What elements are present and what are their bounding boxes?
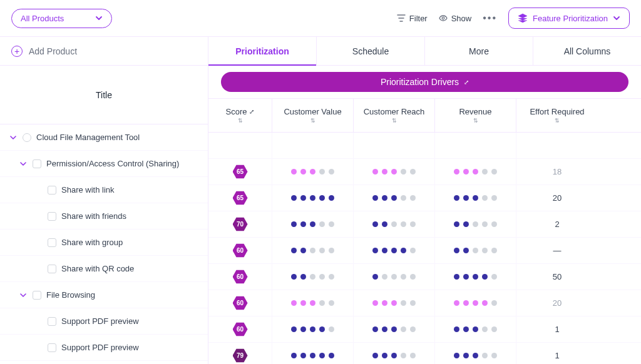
col-header-effort[interactable]: Effort Required ⇅ [516, 99, 598, 132]
item-row[interactable]: Share with friends [0, 203, 208, 230]
dot [491, 169, 497, 174]
rating-dots[interactable] [454, 195, 497, 201]
tab-more[interactable]: More [425, 37, 533, 65]
rating-dots[interactable] [372, 248, 416, 253]
rating-dots[interactable] [454, 248, 497, 253]
cell-eff[interactable]: 18 [516, 159, 598, 185]
rating-dots[interactable] [454, 353, 497, 358]
rating-dots[interactable] [291, 300, 334, 306]
checkbox[interactable] [33, 159, 41, 168]
dot [491, 353, 497, 358]
cell-eff[interactable]: 2 [516, 211, 598, 237]
rating-dots[interactable] [372, 274, 416, 280]
col-header-customer-value[interactable]: Customer Value ⇅ [272, 99, 354, 132]
rating-dots[interactable] [372, 169, 416, 174]
rating-dots[interactable] [291, 353, 334, 358]
col-header-score[interactable]: Score ⤢ ⇅ [208, 99, 272, 132]
checkbox[interactable] [48, 238, 56, 247]
score-badge[interactable]: 65 [233, 191, 248, 206]
rating-dots[interactable] [454, 221, 497, 227]
cell-eff[interactable]: 1 [516, 343, 598, 364]
checkbox[interactable] [33, 291, 41, 300]
rating-dots[interactable] [291, 274, 334, 280]
add-product-button[interactable]: + Add Product [0, 37, 208, 66]
score-badge[interactable]: 60 [233, 270, 248, 285]
drivers-header[interactable]: Prioritization Drivers ⤢ [221, 72, 628, 92]
dot [329, 248, 334, 253]
item-row[interactable]: Share with group [0, 230, 208, 256]
dot [401, 169, 406, 174]
tab-prioritization[interactable]: Prioritization [208, 37, 317, 65]
rating-dots[interactable] [454, 300, 497, 306]
feature-row[interactable]: Permission/Access Control (Sharing) [0, 151, 208, 177]
dot [401, 248, 406, 253]
cell-eff[interactable]: 20 [516, 185, 598, 211]
dot [291, 248, 297, 253]
cell-eff[interactable]: 50 [516, 264, 598, 290]
cell-cr [354, 159, 435, 185]
rating-dots[interactable] [372, 300, 416, 306]
checkbox[interactable] [48, 343, 56, 352]
chevron-down-icon[interactable] [19, 292, 28, 298]
checkbox[interactable] [48, 186, 56, 195]
cell-eff[interactable]: — [516, 238, 598, 263]
dot [454, 248, 459, 253]
checkbox[interactable] [48, 212, 56, 221]
item-row[interactable]: Share with QR code [0, 256, 208, 282]
score-badge[interactable]: 65 [233, 164, 248, 179]
item-row[interactable]: Support PDF preview [0, 335, 208, 361]
rating-dots[interactable] [291, 221, 334, 227]
filter-button[interactable]: Filter [397, 14, 428, 23]
col-header-revenue[interactable]: Revenue ⇅ [435, 99, 516, 132]
grid: + Add Product Title Cloud File Managemen… [0, 36, 641, 364]
cell-rev [435, 290, 516, 316]
row-title: Share with QR code [61, 264, 134, 273]
item-row[interactable]: Support PDF preview [0, 308, 208, 335]
score-badge[interactable]: 70 [233, 217, 248, 232]
item-row[interactable]: Share with link [0, 177, 208, 203]
score-badge[interactable]: 60 [233, 322, 248, 337]
rating-dots[interactable] [454, 326, 497, 332]
rating-dots[interactable] [372, 353, 416, 358]
feature-row[interactable]: File Browsing [0, 282, 208, 308]
radio[interactable] [23, 133, 31, 142]
cell-score: 60 [208, 264, 272, 290]
dot [463, 195, 469, 201]
cell-eff[interactable]: 1 [516, 316, 598, 342]
checkbox[interactable] [48, 265, 56, 273]
show-button[interactable]: Show [439, 14, 472, 23]
dot [382, 169, 387, 174]
rating-dots[interactable] [454, 169, 497, 174]
chevron-down-icon[interactable] [9, 134, 18, 141]
dot [454, 274, 459, 280]
dot [319, 195, 325, 201]
score-badge[interactable]: 79 [233, 348, 248, 363]
tab-schedule[interactable]: Schedule [317, 37, 425, 65]
rating-dots[interactable] [372, 195, 416, 201]
rating-dots[interactable] [372, 221, 416, 227]
score-badge[interactable]: 60 [233, 296, 248, 311]
rating-dots[interactable] [372, 326, 416, 332]
chevron-down-icon[interactable] [19, 161, 28, 167]
col-header-customer-reach[interactable]: Customer Reach ⇅ [354, 99, 435, 132]
more-menu[interactable]: ••• [483, 13, 497, 24]
view-select[interactable]: Feature Prioritization [508, 8, 630, 29]
title-column-header: Title [0, 66, 208, 124]
product-select[interactable]: All Products [11, 9, 112, 28]
dot [410, 195, 416, 201]
rating-dots[interactable] [291, 169, 334, 174]
rating-dots[interactable] [454, 274, 497, 280]
cell-cv [272, 185, 354, 211]
dot [463, 300, 469, 306]
score-badge[interactable]: 60 [233, 243, 248, 258]
dot [300, 248, 306, 253]
cell-eff[interactable]: 20 [516, 290, 598, 316]
product-row[interactable]: Cloud File Management Tool [0, 124, 208, 151]
tab-all-columns[interactable]: All Columns [533, 37, 641, 65]
rating-dots[interactable] [291, 195, 334, 201]
rating-dots[interactable] [291, 248, 334, 253]
row-title: Share with link [61, 185, 115, 195]
rating-dots[interactable] [291, 326, 334, 332]
dot [463, 169, 469, 174]
checkbox[interactable] [48, 317, 56, 326]
